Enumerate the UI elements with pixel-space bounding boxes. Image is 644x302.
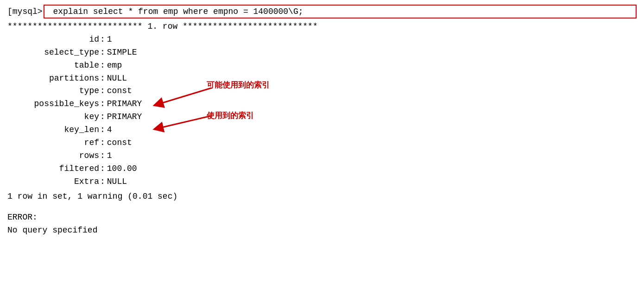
field-name: partitions [7,72,100,85]
field-name: select_type [7,46,100,59]
field-row: id:1 [7,33,637,46]
field-name: filtered [7,163,100,176]
field-name: rows [7,150,100,163]
field-value: PRIMARY [107,111,142,124]
field-row: select_type:SIMPLE [7,46,637,59]
field-separator: : [100,124,105,137]
mysql-prompt: [mysql> [7,7,43,16]
field-separator: : [100,137,105,150]
field-name: ref [7,137,100,150]
field-name: possible_keys [7,98,100,111]
field-value: const [107,85,132,98]
field-row: type:const [7,85,637,98]
field-separator: : [100,176,105,189]
field-row: filtered:100.00 [7,163,637,176]
field-row: Extra:NULL [7,176,637,189]
field-row: table:emp [7,59,637,72]
field-name: id [7,33,100,46]
field-name: key_len [7,124,100,137]
field-name: table [7,59,100,72]
field-row: ref:const [7,137,637,150]
row-separator: *************************** 1. row *****… [7,20,637,33]
field-separator: : [100,98,105,111]
field-separator: : [100,150,105,163]
terminal-block: [mysql> explain select * from emp where … [7,5,637,237]
field-row: partitions:NULL [7,72,637,85]
field-separator: : [100,33,105,46]
error-message: No query specified [7,224,637,237]
error-block: ERROR: No query specified [7,211,637,237]
field-row: key_len:4 [7,124,637,137]
field-separator: : [100,85,105,98]
field-separator: : [100,111,105,124]
field-separator: : [100,46,105,59]
sql-command: explain select * from emp where empno = … [44,5,637,19]
field-name: Extra [7,176,100,189]
field-value: PRIMARY [107,98,142,111]
field-separator: : [100,59,105,72]
field-value: 4 [107,124,112,137]
field-value: NULL [107,72,127,85]
command-line: [mysql> explain select * from emp where … [7,5,637,19]
field-separator: : [100,163,105,176]
field-separator: : [100,72,105,85]
error-header: ERROR: [7,211,637,224]
result-summary: 1 row in set, 1 warning (0.01 sec) [7,190,637,203]
field-value: SIMPLE [107,46,137,59]
field-value: 1 [107,33,112,46]
field-row: possible_keys:PRIMARY [7,98,637,111]
field-value: emp [107,59,122,72]
field-row: key:PRIMARY [7,111,637,124]
field-value: 100.00 [107,163,137,176]
explain-output: id:1select_type:SIMPLEtable:emppartition… [7,33,637,189]
field-value: 1 [107,150,112,163]
field-row: rows:1 [7,150,637,163]
field-name: type [7,85,100,98]
field-value: NULL [107,176,127,189]
field-value: const [107,137,132,150]
field-name: key [7,111,100,124]
